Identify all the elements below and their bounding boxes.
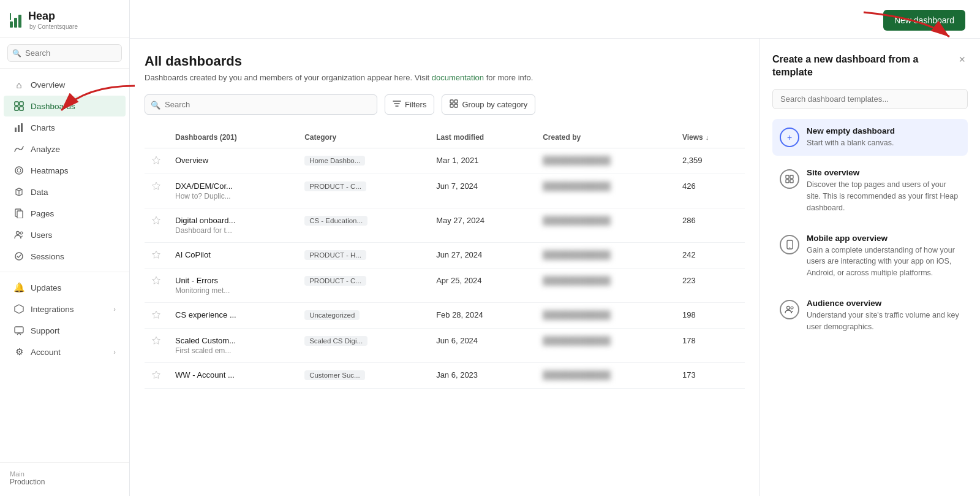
svg-rect-10 [21,123,23,132]
modified-cell: Jun 27, 2024 [429,243,535,269]
svg-marker-28 [153,277,160,284]
sidebar-item-sessions[interactable]: Sessions [4,246,126,267]
category-cell: Scaled CS Digi... [297,329,429,363]
dashboard-name-cell[interactable]: DXA/DEM/Cor... How to? Duplic... [168,174,297,208]
sidebar-item-label: Analyze [31,145,60,154]
svg-rect-7 [20,107,23,110]
svg-point-12 [17,169,21,172]
app-name: Heap [28,10,78,23]
filters-button[interactable]: Filters [385,94,434,115]
dashboard-name-cell[interactable]: Unit - Errors Monitoring met... [168,269,297,303]
svg-point-37 [789,247,790,248]
sidebar-item-charts[interactable]: Charts [4,117,126,138]
template-item-empty[interactable]: + New empty dashboard Start with a blank… [772,119,968,156]
star-cell[interactable] [145,269,168,303]
panel-close-button[interactable]: × [956,53,968,66]
sidebar-item-users[interactable]: Users [4,224,126,245]
dashboard-name-cell[interactable]: CS experience ... [168,303,297,329]
sidebar-item-overview[interactable]: ⌂ Overview [4,74,126,95]
sidebar-item-support[interactable]: Support [4,320,126,341]
svg-rect-1 [14,18,17,28]
sidebar-search-area[interactable]: 🔍 [0,38,129,69]
views-cell: 173 [675,363,745,389]
template-icon-site-overview [780,169,799,189]
sidebar-item-dashboards[interactable]: Dashboards [4,96,126,116]
dashboards-table: Dashboards (201) Category Last modified … [145,127,745,389]
support-icon [13,325,24,336]
new-dashboard-button[interactable]: New dashboard [883,10,965,31]
account-icon: ⚙ [13,346,24,357]
category-cell: CS - Education... [297,208,429,243]
toolbar-search-input[interactable] [145,94,377,115]
sidebar-item-data[interactable]: Data [4,181,126,202]
table-row[interactable]: CS experience ... Uncategorized Feb 28, … [145,303,745,329]
toolbar: 🔍 Filters [145,94,745,115]
col-created-by[interactable]: Created by [535,127,675,148]
template-icon-empty: + [780,128,799,147]
sidebar-item-pages[interactable]: Pages [4,203,126,224]
template-item-mobile-app[interactable]: Mobile app overview Gain a complete unde… [772,226,968,286]
sidebar-item-heatmaps[interactable]: Heatmaps [4,160,126,181]
table-row[interactable]: Scaled Custom... First scaled em... Scal… [145,329,745,363]
star-cell[interactable] [145,174,168,208]
svg-rect-5 [20,102,23,105]
sidebar-item-label: Updates [31,283,61,292]
template-item-audience[interactable]: Audience overview Understand your site's… [772,291,968,340]
table-row[interactable]: Digital onboard... Dashboard for t... CS… [145,208,745,243]
dashboard-name-cell[interactable]: Overview [168,148,297,174]
sidebar-item-label: Data [31,188,48,197]
sidebar-item-updates[interactable]: 🔔 Updates [4,277,126,298]
account-arrow: › [113,348,116,356]
table-row[interactable]: Overview Home Dashbo... Mar 1, 2021 ████… [145,148,745,174]
panel-search-input[interactable] [772,89,968,109]
table-row[interactable]: DXA/DEM/Cor... How to? Duplic... PRODUCT… [145,174,745,208]
group-by-icon [450,99,458,110]
svg-marker-31 [153,371,160,378]
env-label: Main [10,470,119,478]
table-row[interactable]: AI CoPilot PRODUCT - H... Jun 27, 2024 █… [145,243,745,269]
col-views[interactable]: Views ↓ [675,127,745,148]
created-by-cell: ████████████ [535,329,675,363]
views-cell: 242 [675,243,745,269]
sidebar-item-analyze[interactable]: Analyze [4,139,126,159]
template-desc-empty: Start with a blank canvas. [807,137,895,149]
star-cell[interactable] [145,329,168,363]
created-by-cell: ████████████ [535,148,675,174]
panel-search-area[interactable] [772,89,968,109]
sort-icon: ↓ [706,134,709,141]
star-cell[interactable] [145,148,168,174]
toolbar-search-area[interactable]: 🔍 [145,94,377,115]
col-modified[interactable]: Last modified [429,127,535,148]
sidebar-item-account[interactable]: ⚙ Account › [4,341,126,362]
modified-cell: Mar 1, 2021 [429,148,535,174]
env-value: Production [10,478,119,486]
star-cell[interactable] [145,363,168,389]
group-by-button[interactable]: Group by category [442,94,535,115]
dashboard-name-cell[interactable]: WW - Account ... [168,363,297,389]
views-cell: 426 [675,174,745,208]
created-by-cell: ████████████ [535,269,675,303]
star-cell[interactable] [145,208,168,243]
star-cell[interactable] [145,243,168,269]
svg-rect-9 [18,125,20,132]
sidebar-item-integrations[interactable]: Integrations › [4,299,126,319]
sidebar-item-label: Overview [31,80,65,90]
svg-rect-33 [790,175,793,178]
sidebar-item-label: Heatmaps [31,166,69,175]
star-cell[interactable] [145,303,168,329]
table-row[interactable]: Unit - Errors Monitoring met... PRODUCT … [145,269,745,303]
table-row[interactable]: WW - Account ... Customer Suc... Jan 6, … [145,363,745,389]
template-item-site-overview[interactable]: Site overview Discover the top pages and… [772,161,968,221]
docs-link[interactable]: documentation [432,73,484,82]
sidebar-search-input[interactable] [7,44,122,62]
created-by-cell: ████████████ [535,208,675,243]
dashboard-name-cell[interactable]: Scaled Custom... First scaled em... [168,329,297,363]
col-category[interactable]: Category [297,127,429,148]
sessions-icon [13,251,24,262]
svg-point-11 [15,167,23,174]
col-name[interactable]: Dashboards (201) [168,127,297,148]
dashboard-name-cell[interactable]: AI CoPilot [168,243,297,269]
template-name-mobile-app: Mobile app overview [807,234,960,243]
page-subtitle: Dashboards created by you and members of… [145,73,745,82]
dashboard-name-cell[interactable]: Digital onboard... Dashboard for t... [168,208,297,243]
